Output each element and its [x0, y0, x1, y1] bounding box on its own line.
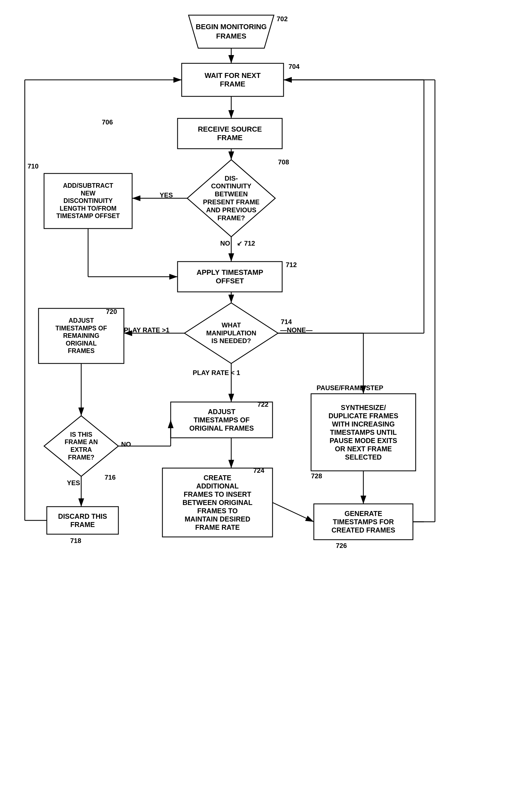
ref-704: 704 [288, 63, 300, 71]
pause-frame-step-label: PAUSE/FRAME STEP [317, 384, 383, 392]
ref-728: 728 [311, 472, 322, 480]
play-rate-lt1-label: PLAY RATE < 1 [193, 369, 240, 377]
svg-line-35 [272, 503, 314, 522]
adjust-original-box: ADJUSTTIMESTAMPS OFORIGINAL FRAMES [171, 402, 272, 438]
ref-712b: 712 [286, 261, 297, 269]
what-manipulation-diamond: WHATMANIPULATIONIS NEEDED? [193, 303, 270, 363]
no-label-extra: NO [121, 440, 131, 448]
ref-716: 716 [105, 474, 115, 481]
generate-timestamps-box: GENERATETIMESTAMPS FORCREATED FRAMES [314, 504, 413, 540]
discard-frame-box: DISCARD THISFRAME [47, 507, 119, 534]
no-label-discontinuity: NO [220, 239, 230, 247]
ref-714: 714 [281, 318, 292, 326]
ref-726: 726 [336, 542, 347, 550]
is-extra-frame-diamond: IS THISFRAME ANEXTRAFRAME? [54, 416, 109, 476]
create-additional-box: CREATEADDITIONALFRAMES TO INSERTBETWEEN … [162, 468, 272, 537]
ref-718: 718 [70, 537, 81, 544]
ref-702: 702 [277, 15, 288, 23]
ref-708: 708 [278, 158, 289, 166]
flowchart-diagram: BEGIN MONITORING FRAMES 702 WAIT FOR NEX… [0, 0, 520, 812]
adjust-remaining-box: ADJUSTTIMESTAMPS OFREMAININGORIGINALFRAM… [38, 308, 124, 363]
receive-source-frame-box: RECEIVE SOURCEFRAME [178, 119, 282, 149]
ref-712: ↙ 712 [237, 239, 255, 247]
play-rate-gt1-label: PLAY RATE >1 [124, 326, 170, 334]
apply-timestamp-box: APPLY TIMESTAMPOFFSET [178, 261, 282, 292]
discontinuity-diamond: DIS-CONTINUITYBETWEENPRESENT FRAMEAND PR… [198, 160, 264, 237]
yes-label-extra: YES [67, 479, 80, 487]
wait-next-frame-box: WAIT FOR NEXTFRAME [182, 63, 284, 96]
synthesize-box: SYNTHESIZE/DUPLICATE FRAMESWITH INCREASI… [311, 394, 416, 471]
ref-706: 706 [102, 119, 113, 126]
yes-label-discontinuity: YES [160, 192, 173, 199]
add-subtract-box: ADD/SUBTRACTNEWDISCONTINUITYLENGTH TO/FR… [44, 174, 132, 229]
ref-710: 710 [28, 162, 38, 170]
begin-monitoring-box: BEGIN MONITORING FRAMES [188, 15, 274, 48]
none-label: —NONE— [280, 326, 312, 334]
